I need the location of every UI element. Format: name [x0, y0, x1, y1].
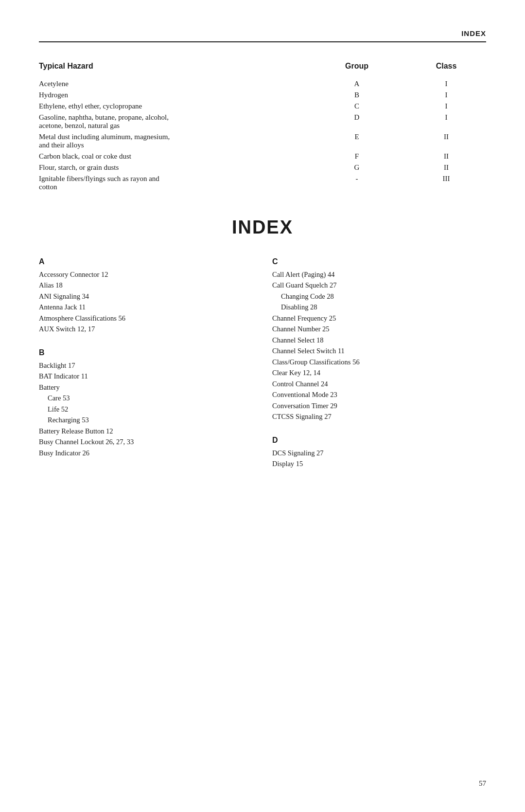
hazard-cell: Metal dust including aluminum, magnesium…: [39, 131, 307, 151]
index-right-column: CCall Alert (Paging) 44Call Guard Squelc…: [272, 257, 486, 483]
index-entry: Call Guard Squelch 27: [272, 280, 486, 290]
index-entry: Battery: [39, 382, 253, 393]
page: INDEX Typical Hazard Group Class Acetyle…: [0, 0, 525, 812]
index-entry: CTCSS Signaling 27: [272, 411, 486, 422]
index-entry: Alias 18: [39, 280, 253, 290]
index-entry: Channel Number 25: [272, 324, 486, 334]
index-entry: Channel Select Switch 11: [272, 345, 486, 356]
class-col-header: Class: [397, 62, 486, 78]
index-section: DDCS Signaling 27Display 15: [272, 436, 486, 469]
index-entry: Display 15: [272, 458, 486, 469]
group-cell: F: [307, 151, 397, 162]
index-entry: Conversation Timer 29: [272, 400, 486, 411]
index-entry: Care 53: [39, 393, 253, 403]
page-number: 57: [479, 779, 486, 788]
index-section-letter: D: [272, 436, 486, 445]
group-cell: B: [307, 90, 397, 101]
index-entry: Busy Indicator 26: [39, 448, 253, 458]
index-entry: Channel Frequency 25: [272, 313, 486, 324]
class-cell: II: [397, 131, 486, 151]
index-entry: Backlight 17: [39, 360, 253, 371]
index-entry: Atmosphere Classifications 56: [39, 313, 253, 324]
index-entry: Call Alert (Paging) 44: [272, 269, 486, 280]
class-cell: I: [397, 78, 486, 90]
hazard-cell: Ignitable fibers/flyings such as rayon a…: [39, 173, 307, 193]
group-cell: A: [307, 78, 397, 90]
index-section-letter: A: [39, 257, 253, 266]
group-col-header: Group: [307, 62, 397, 78]
table-row: Metal dust including aluminum, magnesium…: [39, 131, 486, 151]
index-section: BBacklight 17BAT Indicator 11BatteryCare…: [39, 348, 253, 458]
table-row: Carbon black, coal or coke dustFII: [39, 151, 486, 162]
index-entry: BAT Indicator 11: [39, 371, 253, 381]
table-row: Gasoline, naphtha, butane, propane, alco…: [39, 112, 486, 131]
hazard-table: Typical Hazard Group Class AcetyleneAIHy…: [39, 62, 486, 193]
class-cell: I: [397, 112, 486, 131]
index-entry: Antenna Jack 11: [39, 302, 253, 312]
group-cell: D: [307, 112, 397, 131]
hazard-cell: Gasoline, naphtha, butane, propane, alco…: [39, 112, 307, 131]
index-entry: AUX Switch 12, 17: [39, 324, 253, 334]
hazard-cell: Carbon black, coal or coke dust: [39, 151, 307, 162]
index-entry: Accessory Connector 12: [39, 269, 253, 280]
index-entry: Channel Select 18: [272, 335, 486, 345]
class-cell: I: [397, 90, 486, 101]
hazard-cell: Hydrogen: [39, 90, 307, 101]
table-row: Ethylene, ethyl ether, cyclopropaneCI: [39, 101, 486, 112]
index-entry: Battery Release Button 12: [39, 426, 253, 436]
group-cell: -: [307, 173, 397, 193]
table-row: HydrogenBI: [39, 90, 486, 101]
index-left-column: AAccessory Connector 12Alias 18ANI Signa…: [39, 257, 253, 483]
page-header: INDEX: [39, 29, 486, 42]
index-entry: Conventional Mode 23: [272, 389, 486, 400]
class-cell: II: [397, 162, 486, 173]
table-row: Ignitable fibers/flyings such as rayon a…: [39, 173, 486, 193]
index-entry: Life 52: [39, 404, 253, 415]
class-cell: II: [397, 151, 486, 162]
index-main-title: INDEX: [39, 217, 486, 238]
index-entry: ANI Signaling 34: [39, 291, 253, 302]
index-section-letter: B: [39, 348, 253, 357]
hazard-col-header: Typical Hazard: [39, 62, 307, 78]
index-entry: Recharging 53: [39, 415, 253, 425]
index-entry: DCS Signaling 27: [272, 448, 486, 458]
table-row: AcetyleneAI: [39, 78, 486, 90]
group-cell: G: [307, 162, 397, 173]
index-columns: AAccessory Connector 12Alias 18ANI Signa…: [39, 257, 486, 483]
index-entry: Disabling 28: [272, 302, 486, 312]
group-cell: C: [307, 101, 397, 112]
hazard-cell: Acetylene: [39, 78, 307, 90]
group-cell: E: [307, 131, 397, 151]
index-section: CCall Alert (Paging) 44Call Guard Squelc…: [272, 257, 486, 422]
index-entry: Clear Key 12, 14: [272, 367, 486, 378]
class-cell: III: [397, 173, 486, 193]
header-title: INDEX: [461, 29, 486, 37]
hazard-cell: Ethylene, ethyl ether, cyclopropane: [39, 101, 307, 112]
index-section: AAccessory Connector 12Alias 18ANI Signa…: [39, 257, 253, 335]
index-entry: Changing Code 28: [272, 291, 486, 302]
table-row: Flour, starch, or grain dustsGII: [39, 162, 486, 173]
hazard-cell: Flour, starch, or grain dusts: [39, 162, 307, 173]
index-section-letter: C: [272, 257, 486, 266]
index-entry: Busy Channel Lockout 26, 27, 33: [39, 436, 253, 447]
class-cell: I: [397, 101, 486, 112]
index-entry: Class/Group Classifications 56: [272, 357, 486, 367]
index-entry: Control Channel 24: [272, 379, 486, 389]
